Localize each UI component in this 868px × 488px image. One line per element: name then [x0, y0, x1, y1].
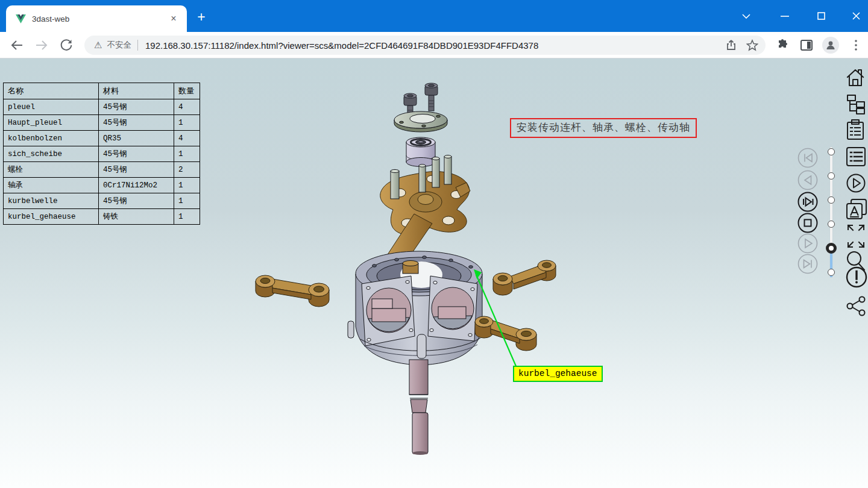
forward-icon[interactable] — [35, 39, 48, 52]
window-minimize-button[interactable] — [773, 0, 797, 32]
skip-to-end-button[interactable] — [797, 253, 819, 275]
browser-tab[interactable]: 3dast-web × — [6, 5, 187, 32]
profile-avatar[interactable] — [822, 37, 839, 54]
part-pleuel-right-lower[interactable] — [475, 316, 536, 351]
annotation-a-icon[interactable] — [845, 198, 867, 222]
part-kurbel-gehaeuse[interactable] — [348, 251, 482, 365]
expand-arrows-icon[interactable] — [845, 222, 867, 253]
part-pleuel-left[interactable] — [256, 275, 329, 307]
model-canvas[interactable] — [0, 58, 868, 488]
cad-viewport[interactable]: 名称材料数量 pleuel45号钢4Haupt_pleuel45号钢1kolbe… — [0, 58, 868, 488]
home-icon[interactable] — [845, 67, 867, 91]
omnibox-divider — [137, 40, 138, 51]
share-page-icon[interactable] — [726, 39, 738, 51]
play-circle-icon[interactable] — [845, 172, 867, 196]
slider-step-dot[interactable] — [828, 221, 835, 228]
share-nodes-icon[interactable] — [845, 295, 867, 320]
step-slider[interactable] — [825, 147, 837, 277]
reload-icon[interactable] — [60, 39, 73, 52]
slider-thumb[interactable] — [826, 243, 837, 254]
clipboard-list-icon[interactable] — [845, 119, 867, 143]
window-maximize-button[interactable] — [809, 0, 833, 32]
not-secure-warning-icon: ⚠ — [94, 40, 102, 51]
assembly-step-note: 安装传动连杆、轴承、螺栓、传动轴 — [510, 118, 697, 138]
browser-toolbar: ⚠ 不安全 192.168.30.157:11182/index.html?vi… — [0, 32, 868, 58]
browser-titlebar: 3dast-web × + — [0, 0, 868, 32]
menu-dots-icon[interactable] — [851, 39, 861, 52]
url-text[interactable]: 192.168.30.157:11182/index.html?viewer=s… — [145, 40, 717, 51]
vue-logo-icon — [16, 14, 26, 23]
exclamation-icon[interactable] — [845, 266, 867, 291]
stop-button[interactable] — [797, 212, 819, 234]
part-washer[interactable] — [394, 111, 447, 132]
address-bar[interactable]: ⚠ 不安全 192.168.30.157:11182/index.html?vi… — [84, 36, 766, 55]
previous-step-button[interactable] — [797, 169, 819, 191]
part-name-label[interactable]: kurbel_gehaeuse — [513, 366, 603, 382]
side-panel-icon[interactable] — [800, 39, 813, 51]
window-close-button[interactable] — [844, 0, 868, 32]
security-label[interactable]: 不安全 — [107, 40, 131, 51]
list-icon[interactable] — [845, 146, 867, 170]
skip-to-start-button[interactable] — [797, 147, 819, 169]
tab-search-chevron-icon[interactable] — [734, 0, 758, 32]
play-step-button[interactable] — [797, 191, 819, 213]
part-bearing[interactable] — [406, 137, 435, 167]
part-pleuel-right-upper[interactable] — [493, 260, 556, 295]
part-screw-2[interactable] — [425, 83, 438, 111]
tab-close-icon[interactable]: × — [168, 13, 180, 25]
back-icon[interactable] — [10, 39, 24, 52]
bookmark-star-icon[interactable] — [746, 39, 758, 51]
new-tab-button[interactable]: + — [193, 9, 210, 26]
slider-step-dot[interactable] — [828, 172, 835, 180]
slider-step-dot[interactable] — [828, 196, 835, 204]
tab-title: 3dast-web — [32, 14, 168, 23]
slider-step-dot[interactable] — [828, 148, 835, 155]
structure-tree-icon[interactable] — [845, 93, 867, 117]
slider-step-dot[interactable] — [828, 269, 835, 276]
extensions-puzzle-icon[interactable] — [776, 39, 788, 51]
play-button[interactable] — [797, 233, 819, 254]
